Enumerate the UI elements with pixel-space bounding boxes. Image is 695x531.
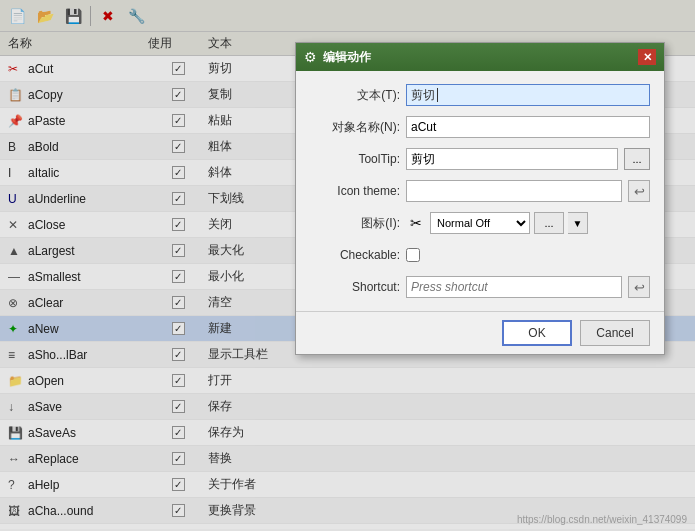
checkable-label: Checkable: bbox=[310, 248, 400, 262]
modal-titlebar: ⚙ 编辑动作 ✕ bbox=[296, 43, 664, 71]
icon-controls: ✂ Normal Off Normal On Active Off ... ▼ bbox=[406, 212, 588, 234]
modal-close-btn[interactable]: ✕ bbox=[638, 49, 656, 65]
modal-bottom: OK Cancel bbox=[296, 311, 664, 354]
tooltip-row: ToolTip: ... bbox=[310, 147, 650, 171]
tooltip-input[interactable] bbox=[406, 148, 618, 170]
modal-title-icon: ⚙ bbox=[304, 49, 317, 65]
checkable-checkbox[interactable] bbox=[406, 248, 420, 262]
cursor bbox=[437, 88, 438, 102]
icon-row: 图标(I): ✂ Normal Off Normal On Active Off… bbox=[310, 211, 650, 235]
objname-label: 对象名称(N): bbox=[310, 119, 400, 136]
shortcut-row: Shortcut: ↩ bbox=[310, 275, 650, 299]
text-label: 文本(T): bbox=[310, 87, 400, 104]
objname-row: 对象名称(N): bbox=[310, 115, 650, 139]
shortcut-label: Shortcut: bbox=[310, 280, 400, 294]
modal-title-text: 编辑动作 bbox=[323, 49, 632, 66]
edit-action-modal: ⚙ 编辑动作 ✕ 文本(T): 剪切 对象名称(N): ToolTip: bbox=[295, 42, 665, 355]
text-input-value: 剪切 bbox=[411, 87, 435, 104]
icon-preview: ✂ bbox=[406, 213, 426, 233]
icon-dropdown-btn[interactable]: ▼ bbox=[568, 212, 588, 234]
icon-label: 图标(I): bbox=[310, 215, 400, 232]
objname-input[interactable] bbox=[406, 116, 650, 138]
icontheme-row: Icon theme: ↩ bbox=[310, 179, 650, 203]
tooltip-btn[interactable]: ... bbox=[624, 148, 650, 170]
icontheme-reset-btn[interactable]: ↩ bbox=[628, 180, 650, 202]
shortcut-reset-btn[interactable]: ↩ bbox=[628, 276, 650, 298]
modal-content: 文本(T): 剪切 对象名称(N): ToolTip: ... Icon the… bbox=[296, 71, 664, 311]
modal-overlay: ⚙ 编辑动作 ✕ 文本(T): 剪切 对象名称(N): ToolTip: bbox=[0, 0, 695, 531]
icon-select[interactable]: Normal Off Normal On Active Off bbox=[430, 212, 530, 234]
icontheme-label: Icon theme: bbox=[310, 184, 400, 198]
text-input[interactable]: 剪切 bbox=[406, 84, 650, 106]
icon-file-btn[interactable]: ... bbox=[534, 212, 564, 234]
cancel-button[interactable]: Cancel bbox=[580, 320, 650, 346]
text-row: 文本(T): 剪切 bbox=[310, 83, 650, 107]
icontheme-input[interactable] bbox=[406, 180, 622, 202]
shortcut-input[interactable] bbox=[406, 276, 622, 298]
tooltip-label: ToolTip: bbox=[310, 152, 400, 166]
ok-button[interactable]: OK bbox=[502, 320, 572, 346]
checkable-row: Checkable: bbox=[310, 243, 650, 267]
